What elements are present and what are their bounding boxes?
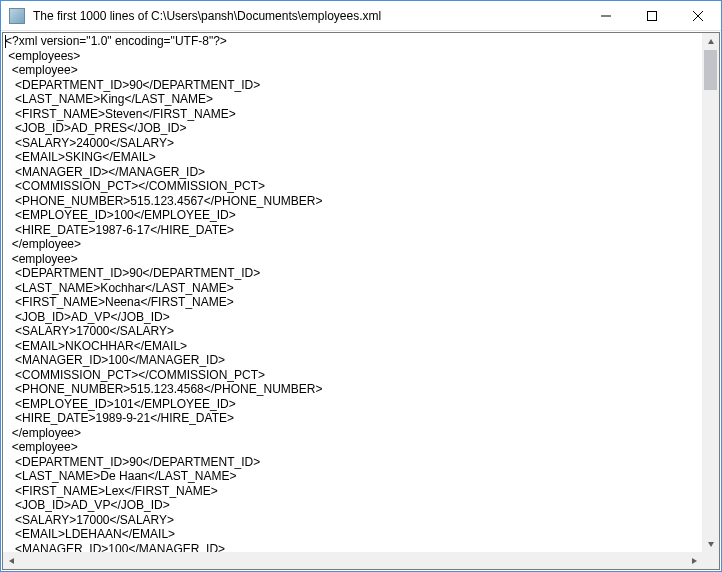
horizontal-scroll-track[interactable] [20,552,685,569]
window-frame: The first 1000 lines of C:\Users\pansh\D… [0,0,722,572]
client-area: <?xml version="1.0" encoding="UTF-8"?> <… [1,31,721,571]
window-title: The first 1000 lines of C:\Users\pansh\D… [31,9,583,23]
svg-marker-4 [708,39,714,44]
svg-rect-1 [648,11,657,20]
app-icon [9,8,25,24]
maximize-button[interactable] [629,1,675,30]
vertical-scrollbar[interactable] [702,33,719,552]
svg-marker-6 [9,558,14,564]
svg-marker-5 [708,542,714,547]
scroll-down-arrow-icon[interactable] [702,535,719,552]
minimize-button[interactable] [583,1,629,30]
vertical-scroll-track[interactable] [702,50,719,535]
text-content[interactable]: <?xml version="1.0" encoding="UTF-8"?> <… [3,33,702,552]
close-button[interactable] [675,1,721,30]
svg-marker-7 [692,558,697,564]
titlebar[interactable]: The first 1000 lines of C:\Users\pansh\D… [1,1,721,31]
horizontal-scrollbar[interactable] [3,552,702,569]
scrollbar-corner [702,552,719,569]
window-controls [583,1,721,30]
scroll-up-arrow-icon[interactable] [702,33,719,50]
text-viewport: <?xml version="1.0" encoding="UTF-8"?> <… [2,32,720,570]
scroll-right-arrow-icon[interactable] [685,552,702,569]
scroll-left-arrow-icon[interactable] [3,552,20,569]
vertical-scroll-thumb[interactable] [704,50,717,90]
